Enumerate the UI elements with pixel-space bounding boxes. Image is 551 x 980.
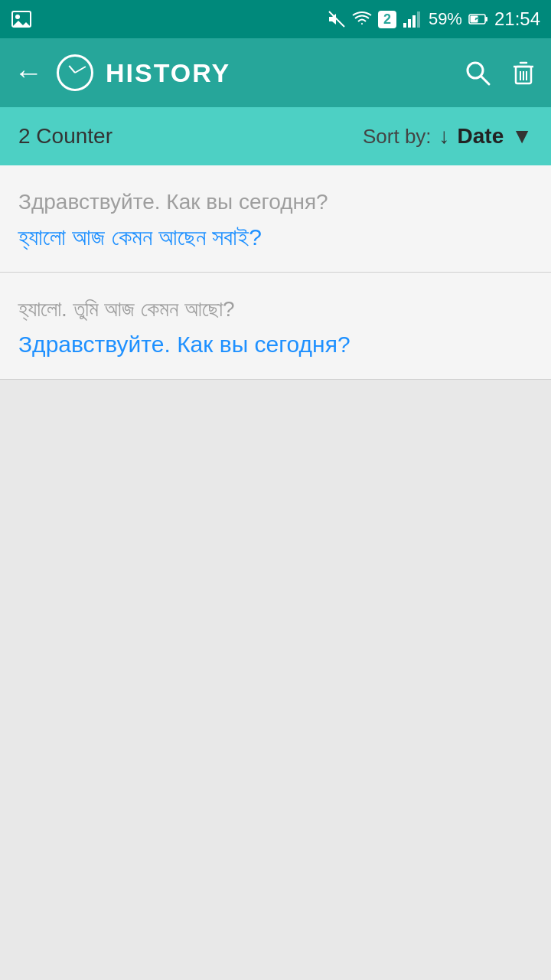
signal-icon: [403, 11, 422, 28]
image-icon: [11, 8, 32, 30]
status-bar-left: [11, 8, 32, 30]
svg-point-1: [15, 15, 20, 19]
list-item[interactable]: হ্যালো. তুমি আজ কেমন আছো?Здравствуйте. К…: [0, 273, 551, 380]
wifi-icon: [352, 11, 372, 28]
list-item[interactable]: Здравствуйте. Как вы сегодня?হ্যালো আজ ক…: [0, 165, 551, 273]
sub-header: 2 Counter Sort by: ↓ Date ▼: [0, 107, 551, 165]
status-time: 21:54: [494, 8, 540, 30]
list-item-source: Здравствуйте. Как вы сегодня?: [18, 187, 533, 217]
svg-rect-7: [417, 11, 420, 28]
status-bar-right: 2 59% 21:54: [328, 8, 540, 30]
battery-icon: [468, 13, 488, 25]
app-bar-actions: [464, 59, 537, 87]
sort-value: Date: [458, 124, 504, 149]
clock-minute-hand: [75, 66, 86, 74]
sort-direction-icon: ↓: [439, 124, 450, 149]
status-bar: 2 59% 21:54: [0, 0, 551, 38]
app-bar-title: HISTORY: [106, 58, 230, 88]
svg-line-14: [481, 77, 489, 84]
delete-button[interactable]: [510, 59, 537, 87]
notification-badge: 2: [378, 11, 396, 28]
svg-rect-4: [403, 23, 406, 28]
svg-marker-2: [12, 21, 31, 27]
trash-icon: [510, 59, 537, 87]
sort-label: Sort by:: [363, 125, 432, 149]
app-bar: ← HISTORY: [0, 38, 551, 107]
list-item-translation: Здравствуйте. Как вы сегодня?: [18, 328, 533, 361]
counter-label: 2 Counter: [18, 124, 112, 149]
svg-rect-9: [485, 17, 487, 21]
search-button[interactable]: [464, 59, 491, 87]
history-list: Здравствуйте. Как вы сегодня?হ্যালো আজ ক…: [0, 165, 551, 380]
history-clock-icon: [57, 54, 93, 91]
battery-text: 59%: [429, 9, 462, 29]
svg-rect-6: [412, 15, 416, 28]
sort-dropdown-icon[interactable]: ▼: [511, 124, 533, 149]
svg-rect-5: [408, 19, 411, 28]
app-bar-title-group: HISTORY: [57, 54, 450, 91]
sort-area[interactable]: Sort by: ↓ Date ▼: [363, 124, 533, 149]
search-icon: [464, 59, 491, 87]
list-item-source: হ্যালো. তুমি আজ কেমন আছো?: [18, 294, 533, 324]
mute-icon: [328, 10, 346, 28]
back-button[interactable]: ←: [14, 57, 43, 90]
list-item-translation: হ্যালো আজ কেমন আছেন সবাই?: [18, 221, 533, 253]
